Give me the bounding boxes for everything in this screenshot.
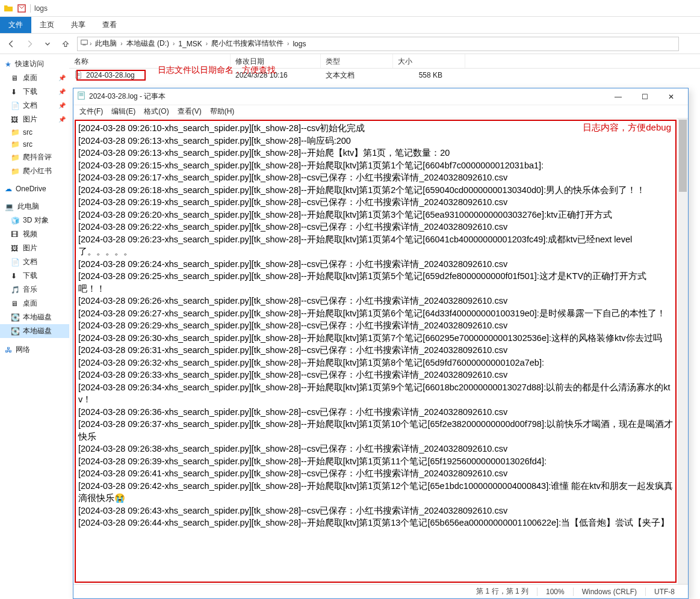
3d-icon: 🧊 [11,217,19,225]
sidebar-item-label: 爬小红书 [23,166,52,176]
menu-help[interactable]: 帮助(H) [206,105,238,118]
log-content[interactable]: [2024-03-28 09:26:10-xhs_search_spider.p… [75,120,677,583]
sidebar-onedrive[interactable]: ☁OneDrive [0,183,69,195]
picture-icon: 🖼 [11,244,19,253]
maximize-button[interactable]: ☐ [631,88,658,105]
ribbon-tab-share[interactable]: 共享 [63,17,94,33]
folder-icon: 📁 [11,153,19,162]
drive-icon: 💽 [11,327,19,336]
annotation-text-2: 日志内容，方便debug [583,122,671,134]
vertical-scrollbar[interactable] [678,118,688,584]
document-icon: 📄 [11,258,19,266]
sidebar-item[interactable]: 🧊3D 对象 [0,213,69,227]
nav-forward-button[interactable] [23,37,36,51]
sidebar-item[interactable]: 📁爬抖音评 [0,150,69,164]
menu-edit[interactable]: 编辑(E) [108,105,139,118]
sidebar-item-label: 桌面 [23,298,37,309]
drive-icon: 💽 [11,313,19,322]
window-title: logs [34,4,48,13]
pin-icon: 📌 [58,75,66,81]
sidebar-item[interactable]: 🖼图片📌 [0,112,69,126]
sidebar-item[interactable]: 💽本地磁盘 [0,310,69,324]
file-type: 文本文档 [321,69,393,82]
annotation-text-1: 日志文件以日期命名，方便查找 [158,65,276,76]
sidebar-item-label: 桌面 [23,73,37,83]
sidebar-item-label: 图片 [23,114,37,124]
file-size: 558 KB [393,70,447,81]
chevron-right-icon: › [172,40,176,47]
sidebar-item-label: src [23,140,33,149]
download-icon: ⬇ [11,272,19,280]
sidebar-item[interactable]: 🎵音乐 [0,283,69,296]
sidebar-item-label: 爬抖音评 [23,152,52,162]
document-icon: 📄 [11,102,19,110]
sidebar-item[interactable]: 📄文档 [0,255,69,269]
sidebar-item[interactable]: 💽本地磁盘 [0,324,69,338]
breadcrumb[interactable]: › 此电脑› 本地磁盘 (D:)› 1_MSK› 爬小红书搜索详情软件› log… [77,37,679,51]
sidebar-item[interactable]: 📁src [0,138,69,150]
sidebar-item-label: 下载 [23,87,37,97]
ribbon: 文件 主页 共享 查看 [0,17,700,34]
sidebar-item[interactable]: 🎞视频 [0,227,69,241]
sidebar-item-label: 本地磁盘 [23,326,52,336]
sidebar-item-label: src [23,128,33,137]
separator [30,4,31,13]
nav-recent-button[interactable] [41,37,54,51]
sidebar-network[interactable]: 🖧网络 [0,343,69,357]
chevron-right-icon: › [119,40,123,47]
notepad-statusbar: 第 1 行，第 1 列 100% Windows (CRLF) UTF-8 [73,584,688,598]
breadcrumb-item[interactable]: 1_MSK [176,40,204,48]
sidebar-quick-access[interactable]: ★快速访问 [0,57,69,71]
sidebar-item-label: 文档 [23,100,37,111]
sidebar-item-label: 本地磁盘 [23,312,52,322]
ribbon-tab-home[interactable]: 主页 [31,17,63,33]
menu-format[interactable]: 格式(O) [140,105,172,118]
star-icon: ★ [5,60,11,69]
network-icon: 🖧 [5,346,12,354]
sidebar-item[interactable]: ⬇下载 [0,269,69,283]
sidebar-item[interactable]: 🖥桌面📌 [0,71,69,85]
nav-back-button[interactable] [5,37,18,51]
nav-up-button[interactable] [59,37,72,51]
chevron-right-icon: › [286,40,290,47]
breadcrumb-item[interactable]: 爬小红书搜索详情软件 [209,38,286,49]
status-eol: Windows (CRLF) [573,588,645,596]
menu-file[interactable]: 文件(F) [76,105,107,118]
sidebar-item-label: 下载 [23,271,37,281]
notepad-titlebar[interactable]: 2024-03-28.log - 记事本 — ☐ ✕ [73,88,688,105]
pin-icon: 📌 [58,88,66,95]
menu-view[interactable]: 查看(V) [174,105,205,118]
sidebar-item-label: 音乐 [23,284,37,295]
col-size-header[interactable]: 大小 [393,54,465,68]
sidebar-item-label: 文档 [23,257,37,267]
sidebar-item-label: 图片 [23,243,37,253]
sidebar-item[interactable]: 🖥桌面 [0,296,69,310]
ribbon-tab-file[interactable]: 文件 [0,17,31,33]
sidebar-item[interactable]: ⬇下载📌 [0,85,69,99]
sidebar-item[interactable]: 📁爬小红书 [0,164,69,178]
ribbon-tab-view[interactable]: 查看 [94,17,125,33]
pc-icon [80,38,88,49]
minimize-button[interactable]: — [605,88,631,105]
sidebar-item[interactable]: 📁src [0,126,69,138]
sidebar-item[interactable]: 🖼图片 [0,241,69,255]
desktop-icon: 🖥 [11,300,19,308]
notepad-body: [2024-03-28 09:26:10-xhs_search_spider.p… [73,118,688,584]
folder-icon: 📁 [11,167,19,176]
breadcrumb-item[interactable]: logs [290,40,308,48]
status-encoding: UTF-8 [645,588,683,596]
breadcrumb-item[interactable]: 本地磁盘 (D:) [124,38,172,49]
notepad-window: 2024-03-28.log - 记事本 — ☐ ✕ 文件(F) 编辑(E) 格… [73,88,689,599]
download-icon: ⬇ [11,88,19,96]
close-button[interactable]: ✕ [658,88,684,105]
save-icon[interactable] [17,4,26,13]
breadcrumb-item[interactable]: 此电脑 [93,38,119,49]
col-type-header[interactable]: 类型 [321,54,393,68]
sidebar-item-label: 视频 [23,229,37,239]
folder-icon: 📁 [11,140,19,149]
svg-rect-1 [81,40,88,45]
scrollbar-thumb[interactable] [679,120,687,192]
sidebar-this-pc[interactable]: 💻此电脑 [0,200,69,213]
sidebar-item[interactable]: 📄文档📌 [0,99,69,112]
notepad-menu: 文件(F) 编辑(E) 格式(O) 查看(V) 帮助(H) [73,105,688,118]
